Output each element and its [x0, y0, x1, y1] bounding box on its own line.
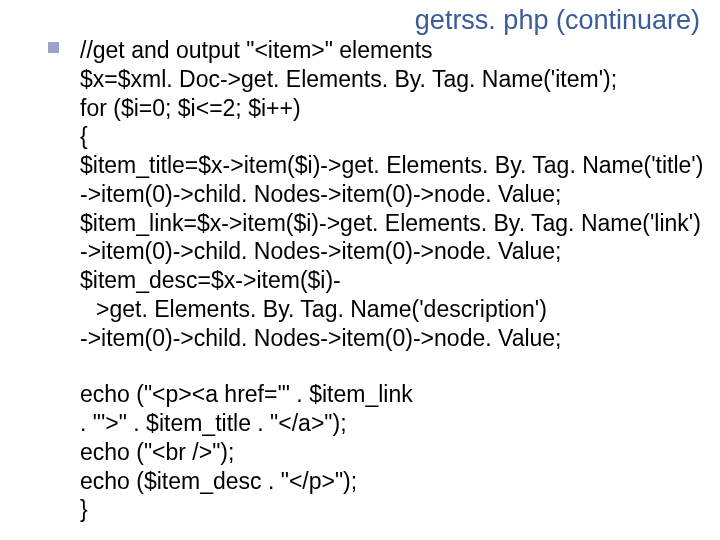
slide-title: getrss. php (continuare) — [415, 4, 700, 38]
code-line: echo ("<p><a href='" . $item_link — [80, 380, 700, 409]
code-line: ->item(0)->child. Nodes->item(0)->node. … — [80, 237, 700, 266]
code-line: { — [80, 122, 700, 151]
code-line: } — [80, 495, 700, 524]
code-line: echo ($item_desc . "</p>"); — [80, 467, 700, 496]
bullet-square-icon — [48, 42, 59, 53]
code-line: ->item(0)->child. Nodes->item(0)->node. … — [80, 324, 700, 353]
code-line: . "'>" . $item_title . "</a>"); — [80, 409, 700, 438]
blank-line — [80, 352, 700, 380]
code-line: echo ("<br />"); — [80, 438, 700, 467]
code-line: for ($i=0; $i<=2; $i++) — [80, 94, 700, 123]
code-line: //get and output "<item>" elements — [80, 36, 700, 65]
code-line: ->item(0)->child. Nodes->item(0)->node. … — [80, 180, 700, 209]
code-line: >get. Elements. By. Tag. Name('descripti… — [80, 295, 700, 324]
code-line: $x=$xml. Doc->get. Elements. By. Tag. Na… — [80, 65, 700, 94]
code-line: $item_title=$x->item($i)->get. Elements.… — [80, 151, 700, 180]
code-line: $item_desc=$x->item($i)- — [80, 266, 700, 295]
code-line: $item_link=$x->item($i)->get. Elements. … — [80, 209, 700, 238]
code-block: //get and output "<item>" elements $x=$x… — [80, 36, 700, 524]
